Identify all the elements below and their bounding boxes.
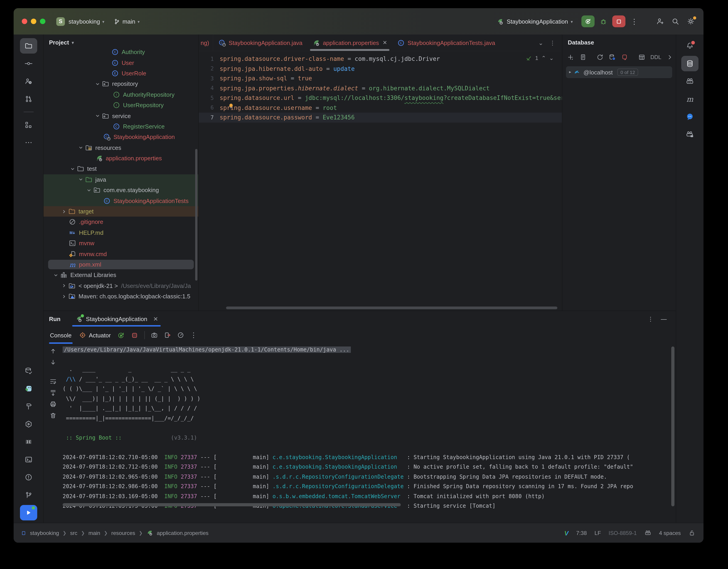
- unlock-icon[interactable]: [689, 530, 695, 536]
- database-icon[interactable]: [681, 56, 698, 71]
- bookmarks-icon[interactable]: [20, 434, 37, 450]
- code-line-4[interactable]: 4spring.jpa.properties.hibernate.dialect…: [199, 83, 562, 93]
- caret-position[interactable]: 7:38: [576, 530, 587, 536]
- run-button[interactable]: [581, 15, 595, 27]
- clear-icon[interactable]: [49, 412, 57, 419]
- chevron-down-icon[interactable]: [52, 272, 59, 278]
- git-branch-icon[interactable]: [20, 487, 37, 503]
- run-play-icon[interactable]: [20, 505, 37, 520]
- copy-icon[interactable]: [579, 54, 586, 61]
- db-check-icon[interactable]: [20, 363, 37, 379]
- ddl-label[interactable]: DDL: [650, 54, 661, 60]
- editor-tab-StaybookingApplicationTests.java[interactable]: CStaybookingApplicationTests.java: [392, 34, 500, 51]
- softwrap-icon[interactable]: [49, 378, 57, 385]
- tree-row-staybookingapplicationtests[interactable]: CStaybookingApplicationTests: [44, 195, 198, 206]
- disconnect-icon[interactable]: [621, 54, 628, 61]
- tree-row-userrole[interactable]: EUserRole: [44, 68, 198, 79]
- code-line-3[interactable]: 3spring.jpa.show-sql = true: [199, 74, 562, 83]
- editor-tab-StaybookingApplication.java[interactable]: CStaybookingApplication.java: [213, 34, 307, 51]
- tree-row-application-properties[interactable]: application.properties: [44, 153, 198, 164]
- branch-switcher[interactable]: main▾: [113, 18, 140, 25]
- code-line-5[interactable]: 5spring.datasource.url = jdbc:mysql://lo…: [199, 93, 562, 103]
- line-ending[interactable]: LF: [595, 530, 601, 536]
- close-window-button[interactable]: [22, 19, 27, 24]
- database-connection-row[interactable]: ▾ @localhost 0 of 12: [566, 66, 672, 78]
- tree-row-staybookingapplication[interactable]: CStaybookingApplication: [44, 132, 198, 142]
- tree-row-com-eve-staybooking[interactable]: com.eve.staybooking: [44, 185, 198, 195]
- console-hscrollbar[interactable]: [63, 503, 401, 506]
- tree-row-external-libraries[interactable]: External Libraries: [44, 270, 198, 280]
- ai-robot-icon[interactable]: [644, 530, 651, 536]
- down-icon[interactable]: [49, 359, 57, 366]
- project-scrollbar[interactable]: [195, 149, 197, 280]
- tree-row-maven-ch-qos-logback-logback-classic-1-5[interactable]: Maven: ch.qos.logback:logback-classic:1.…: [44, 291, 198, 302]
- plugin-owl-icon[interactable]: [20, 381, 37, 397]
- gauge-icon[interactable]: [177, 332, 184, 339]
- structure-icon[interactable]: [20, 117, 37, 133]
- more-icon[interactable]: [20, 135, 37, 150]
- tree-row-service[interactable]: service: [44, 111, 198, 121]
- maven-icon[interactable]: m: [681, 91, 698, 107]
- breadcrumb[interactable]: staybooking❯ src❯ main❯ resources❯ appli…: [21, 530, 209, 536]
- project-folder-icon[interactable]: [20, 38, 37, 54]
- chevron-down-icon[interactable]: [77, 145, 84, 150]
- tree-row-authorityrepository[interactable]: IAuthorityRepository: [44, 89, 198, 100]
- next-problem-icon[interactable]: ⌄: [549, 55, 554, 61]
- run-more-menu-icon[interactable]: ⋮: [648, 316, 654, 322]
- chevron-down-icon[interactable]: [69, 166, 76, 172]
- tree-row-java[interactable]: java: [44, 174, 198, 185]
- console-output[interactable]: /Users/eve/Library/Java/JavaVirtualMachi…: [63, 344, 676, 523]
- tree-row-pom-xml[interactable]: mpom.xml: [44, 259, 198, 270]
- console-vscrollbar[interactable]: [671, 347, 674, 506]
- camera-icon[interactable]: [151, 332, 158, 339]
- chevron-right-icon[interactable]: ▾: [568, 71, 572, 73]
- file-encoding[interactable]: ISO-8859-1: [609, 530, 637, 536]
- tree-row-test[interactable]: test: [44, 164, 198, 174]
- ai-chat-icon[interactable]: [681, 127, 698, 142]
- ai-assistant-icon[interactable]: [681, 74, 698, 89]
- build-hammer-icon[interactable]: [20, 399, 37, 414]
- tab-list-chevron-icon[interactable]: ⌄: [538, 39, 543, 46]
- tab-options-icon[interactable]: ⋮: [550, 39, 556, 46]
- terminal-icon[interactable]: [20, 452, 37, 467]
- chevron-right-icon[interactable]: [666, 54, 674, 61]
- refresh-icon[interactable]: [596, 54, 604, 61]
- stop-button[interactable]: [612, 15, 625, 27]
- project-switcher[interactable]: staybooking▾: [69, 18, 104, 25]
- code-line-1[interactable]: 1spring.datasource.driver-class-name = c…: [199, 54, 562, 64]
- inspections-widget[interactable]: 1 ⌃ ⌄: [526, 55, 554, 61]
- db-settings-icon[interactable]: [609, 54, 616, 61]
- tree-row-gitignore[interactable]: .gitignore: [44, 217, 198, 227]
- table-icon[interactable]: [638, 54, 645, 61]
- problems-icon[interactable]: [20, 470, 37, 485]
- prev-problem-icon[interactable]: ⌃: [541, 55, 546, 61]
- code-line-7[interactable]: 7spring.datasource.password = Eve123456: [199, 113, 562, 122]
- code-line-6[interactable]: 6spring.datasource.username = root: [199, 103, 562, 113]
- close-icon[interactable]: ✕: [153, 316, 158, 322]
- rerun-icon[interactable]: [117, 331, 125, 339]
- chevron-down-icon[interactable]: [85, 187, 93, 193]
- plugin-v-icon[interactable]: V: [564, 529, 568, 537]
- commit-icon[interactable]: [20, 56, 37, 71]
- hide-panel-icon[interactable]: —: [661, 316, 667, 322]
- indent-setting[interactable]: 4 spaces: [659, 530, 681, 536]
- chat-icon[interactable]: [681, 109, 698, 124]
- editor-tab-ng-[interactable]: ng): [199, 34, 213, 51]
- chevron-right-icon[interactable]: [60, 294, 68, 299]
- intention-bulb-icon[interactable]: [228, 103, 234, 109]
- stop-icon[interactable]: [131, 331, 138, 339]
- debug-button[interactable]: [597, 15, 610, 27]
- scrollend-icon[interactable]: [49, 389, 57, 397]
- tree-row-repository[interactable]: repository: [44, 79, 198, 89]
- chevron-down-icon[interactable]: [77, 177, 84, 182]
- run-configuration-selector[interactable]: StaybookingApplication▾: [496, 17, 573, 25]
- tree-row-userrepository[interactable]: IUserRepository: [44, 100, 198, 111]
- tree-row-registerservice[interactable]: CRegisterService: [44, 121, 198, 132]
- tree-row-authority[interactable]: CAuthority: [44, 47, 198, 57]
- tree-row-mvnw-cmd[interactable]: mvnw.cmd: [44, 248, 198, 259]
- tree-row-help-md[interactable]: MHELP.md: [44, 227, 198, 238]
- editor-tab-application.properties[interactable]: application.properties✕: [307, 34, 392, 51]
- run-tab[interactable]: StaybookingApplication ✕: [72, 311, 161, 327]
- notifications-icon[interactable]: [681, 38, 698, 54]
- more-menu-button[interactable]: ⋮: [628, 15, 641, 27]
